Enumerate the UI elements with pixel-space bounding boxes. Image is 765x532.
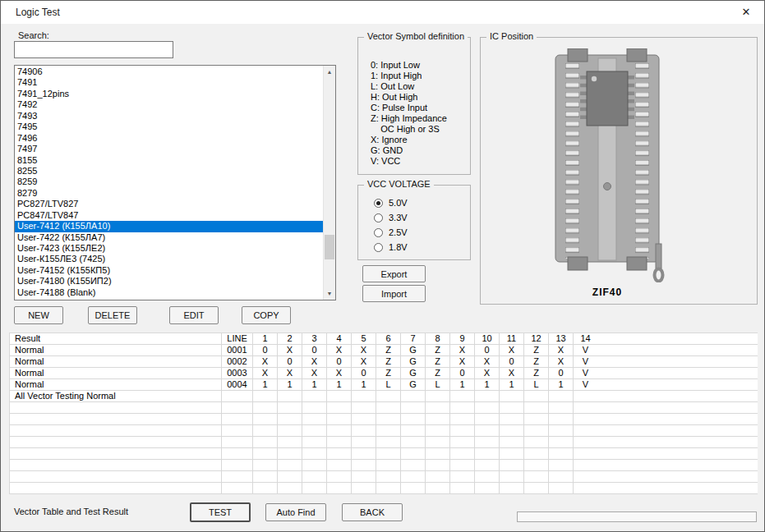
edit-button[interactable]: EDIT — [169, 306, 219, 324]
cell-pin — [574, 471, 598, 483]
delete-button[interactable]: DELETE — [88, 306, 137, 324]
header-pin: 9 — [450, 333, 475, 345]
cell-pin — [549, 460, 574, 471]
back-button[interactable]: BACK — [342, 503, 403, 521]
copy-button[interactable]: COPY — [242, 306, 291, 324]
list-item[interactable]: 7491 — [15, 77, 323, 88]
scroll-down-icon[interactable]: ▼ — [324, 288, 335, 299]
search-input[interactable] — [14, 41, 173, 58]
cell-pin: Z — [426, 345, 450, 356]
cell-pin — [302, 414, 327, 425]
header-pin: 13 — [549, 333, 574, 345]
list-item[interactable]: User-74188 (Blank) — [15, 287, 323, 298]
list-item[interactable]: User-7412 (К155ЛА10) — [15, 221, 323, 232]
list-item[interactable]: 8259 — [15, 177, 323, 187]
list-item-label: User-74188 (Blank) — [17, 287, 95, 297]
cell-pin — [426, 471, 450, 483]
cell-pin — [278, 448, 302, 460]
cell-pin — [401, 414, 426, 425]
cell-pin — [426, 414, 450, 425]
cell-pin — [302, 437, 327, 448]
auto-find-button[interactable]: Auto Find — [265, 503, 326, 521]
ic-list-items[interactable]: 74906 7491 7491_12pins 7492 7493 — [15, 66, 323, 300]
list-item[interactable]: User-7422 (К155ЛА7) — [15, 232, 323, 243]
list-item[interactable]: 8255 — [15, 166, 323, 177]
vcc-radio-option[interactable]: 2.5V — [374, 225, 408, 240]
list-item-label: 7495 — [17, 122, 37, 131]
cell-pin: X — [278, 345, 302, 356]
cell-pin: 0 — [278, 356, 302, 368]
cell-pin — [376, 414, 401, 425]
header-pin: 8 — [426, 333, 450, 345]
vector-symbol-line: 1: Input High — [371, 71, 447, 81]
cell-pin: Z — [376, 345, 401, 356]
list-item[interactable]: User-74152 (К155КП5) — [15, 265, 323, 276]
list-item-label: User-7422 (К155ЛА7) — [17, 232, 105, 242]
cell-pin: L — [426, 379, 450, 391]
cell-pin — [278, 391, 302, 402]
list-item[interactable]: 7495 — [15, 122, 323, 132]
cell-pin: X — [500, 345, 524, 356]
cell-pin — [524, 414, 549, 425]
vcc-option-label: 3.3V — [389, 213, 408, 222]
cell-pin: 0 — [549, 368, 574, 379]
list-item[interactable]: User-7423 (К155ЛЕ2) — [15, 243, 323, 254]
vector-symbol-line: Z: High Impedance — [371, 113, 447, 124]
vcc-radio-option[interactable]: 5.0V — [374, 195, 408, 210]
list-item[interactable]: 74906 — [15, 66, 323, 77]
cell-pin — [376, 437, 401, 448]
cell-result — [10, 471, 222, 483]
cell-pin — [450, 460, 475, 471]
list-item[interactable]: User-74180 (К155ИП2) — [15, 276, 323, 287]
export-button[interactable]: Export — [362, 265, 426, 282]
list-scrollbar[interactable]: ▲ ▼ — [323, 66, 335, 300]
cell-pin — [475, 437, 500, 448]
cell-result — [10, 483, 222, 494]
radio-icon — [374, 199, 383, 208]
header-pin: 7 — [401, 333, 426, 345]
scroll-up-icon[interactable]: ▲ — [324, 66, 335, 77]
cell-pin — [376, 471, 401, 483]
list-item[interactable]: 8155 — [15, 155, 323, 166]
list-item[interactable]: PC847/LTV847 — [15, 210, 323, 221]
vector-table-empty-row — [10, 460, 598, 471]
cell-pin — [327, 391, 352, 402]
cell-pin — [549, 425, 574, 437]
cell-pin: V — [574, 379, 598, 391]
scrollbar-thumb[interactable] — [325, 235, 334, 259]
list-item[interactable]: User-74305 — [15, 298, 323, 300]
vcc-radio-option[interactable]: 1.8V — [374, 240, 408, 255]
vector-table-header-row: Result LINE 1 2 3 4 5 6 7 8 9 10 11 12 1… — [10, 333, 598, 345]
cell-pin — [278, 460, 302, 471]
vector-table-empty-row — [10, 448, 598, 460]
list-item[interactable]: 7493 — [15, 111, 323, 122]
vector-symbol-groupbox: Vector Symbol definition 0: Input Low 1:… — [357, 37, 471, 175]
cell-pin — [524, 425, 549, 437]
cell-pin — [376, 483, 401, 494]
list-item[interactable]: 7496 — [15, 133, 323, 144]
vcc-radio-option[interactable]: 3.3V — [374, 210, 408, 225]
list-item[interactable]: 7492 — [15, 99, 323, 110]
new-button[interactable]: NEW — [14, 306, 63, 324]
list-item[interactable]: User-К155ЛЕ3 (7425) — [15, 254, 323, 264]
cell-result: All Vector Testing Normal — [10, 391, 222, 402]
import-button[interactable]: Import — [362, 285, 426, 302]
list-item[interactable]: 8279 — [15, 188, 323, 199]
cell-pin — [500, 402, 524, 414]
cell-pin — [524, 471, 549, 483]
zif40-label: ZIF40 — [592, 287, 622, 298]
cell-pin: 0 — [352, 368, 376, 379]
cell-pin — [450, 425, 475, 437]
cell-pin — [278, 414, 302, 425]
test-button[interactable]: TEST — [190, 502, 251, 522]
cell-pin — [302, 483, 327, 494]
cell-pin — [549, 483, 574, 494]
close-icon[interactable]: ✕ — [736, 4, 756, 21]
list-item[interactable]: PC827/LTV827 — [15, 199, 323, 209]
list-item[interactable]: 7497 — [15, 144, 323, 154]
list-item[interactable]: 7491_12pins — [15, 89, 323, 99]
ic-listbox[interactable]: 74906 7491 7491_12pins 7492 7493 — [14, 65, 336, 300]
cell-pin — [302, 460, 327, 471]
cell-pin — [450, 448, 475, 460]
cell-pin — [376, 402, 401, 414]
